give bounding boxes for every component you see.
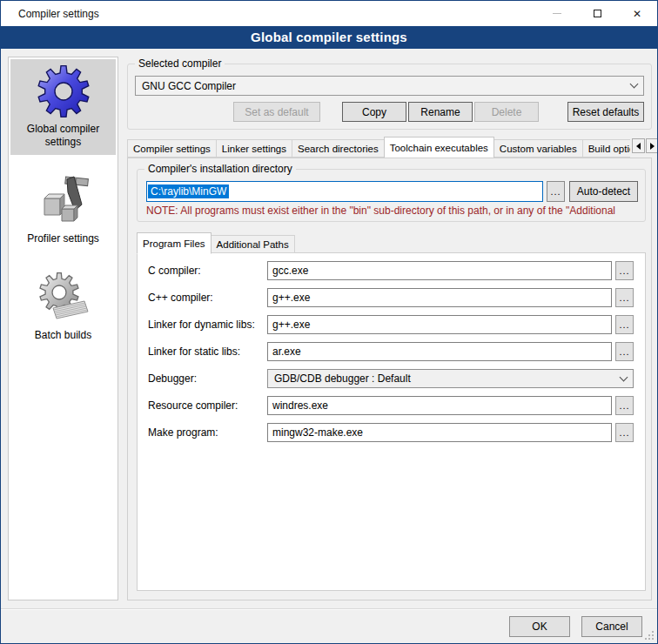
window-controls: ✕ — [537, 1, 657, 26]
triangle-right-icon — [650, 143, 655, 150]
selected-compiler-value: GNU GCC Compiler — [142, 80, 236, 92]
field-row: Resource compiler: ... — [148, 396, 634, 415]
tab-compiler-settings[interactable]: Compiler settings — [127, 139, 217, 158]
compiler-tabs: Compiler settings Linker settings Search… — [127, 136, 630, 158]
resource-compiler-input[interactable] — [267, 396, 612, 415]
tab-custom-variables[interactable]: Custom variables — [494, 139, 583, 158]
minimize-icon — [553, 13, 561, 14]
field-label: Linker for static libs: — [148, 345, 267, 358]
subtab-additional-paths[interactable]: Additional Paths — [211, 235, 295, 253]
browse-directory-button[interactable]: ... — [547, 181, 565, 202]
banner-title: Global compiler settings — [251, 30, 407, 44]
settings-category-list: Global compiler settings Profiler settin… — [8, 57, 118, 600]
field-label: Resource compiler: — [148, 399, 267, 412]
field-row: C++ compiler: ... — [148, 288, 634, 307]
sidebar-item-label: Profiler settings — [27, 232, 99, 245]
cpp-compiler-browse-button[interactable]: ... — [615, 288, 634, 307]
field-label: Debugger: — [148, 372, 267, 385]
selected-text: C:\raylib\MinGW — [148, 184, 229, 198]
tab-scroll-right-button[interactable] — [646, 138, 658, 153]
auto-detect-button[interactable]: Auto-detect — [569, 181, 638, 202]
debugger-value: GDB/CDB debugger : Default — [274, 372, 411, 385]
sidebar-item-profiler-settings[interactable]: Profiler settings — [10, 169, 116, 252]
field-label: C compiler: — [148, 265, 267, 277]
cpp-compiler-input[interactable] — [267, 288, 612, 307]
field-row: C compiler: ... — [148, 261, 634, 280]
set-as-default-button[interactable]: Set as default — [233, 102, 320, 122]
close-button[interactable]: ✕ — [617, 1, 657, 26]
reset-defaults-button[interactable]: Reset defaults — [567, 102, 644, 122]
field-row: Linker for static libs: ... — [148, 342, 634, 361]
debugger-dropdown[interactable]: GDB/CDB debugger : Default — [267, 369, 634, 388]
compiler-buttons-row: Set as default Copy Rename Delete Reset … — [135, 102, 644, 122]
triangle-left-icon — [636, 143, 641, 150]
installation-directory-group: Compiler's installation directory C:\ray… — [137, 169, 646, 222]
group-label: Compiler's installation directory — [144, 163, 296, 175]
gray-gear-stack-icon — [36, 270, 91, 325]
static-linker-browse-button[interactable]: ... — [615, 342, 634, 361]
subtab-program-files[interactable]: Program Files — [137, 232, 212, 254]
note-text: NOTE: All programs must exist either in … — [146, 205, 638, 217]
selected-compiler-dropdown[interactable]: GNU GCC Compiler — [135, 76, 644, 96]
resource-compiler-browse-button[interactable]: ... — [615, 396, 634, 415]
tab-bar: Compiler settings Linker settings Search… — [127, 136, 652, 158]
dynamic-linker-input[interactable] — [267, 315, 612, 334]
sidebar-item-label: Batch builds — [35, 329, 91, 342]
make-program-input[interactable] — [267, 423, 612, 442]
dialog-banner: Global compiler settings — [1, 26, 657, 49]
tab-build-options[interactable]: Build options — [582, 139, 630, 158]
group-label: Selected compiler — [135, 57, 225, 70]
field-row: Debugger: GDB/CDB debugger : Default — [148, 369, 634, 388]
titlebar[interactable]: Compiler settings ✕ — [1, 1, 657, 26]
compiler-settings-dialog: Compiler settings ✕ Global compiler sett… — [0, 0, 658, 644]
cancel-button[interactable]: Cancel — [581, 616, 642, 637]
field-label: Make program: — [148, 426, 267, 439]
c-compiler-input[interactable] — [267, 261, 612, 280]
dynamic-linker-browse-button[interactable]: ... — [615, 315, 634, 334]
sidebar-item-batch-builds[interactable]: Batch builds — [10, 265, 116, 348]
sidebar-item-global-compiler-settings[interactable]: Global compiler settings — [10, 59, 116, 155]
delete-button[interactable]: Delete — [474, 102, 539, 122]
selected-compiler-group: Selected compiler GNU GCC Compiler Set a… — [127, 64, 652, 130]
maximize-icon — [594, 10, 601, 17]
field-label: C++ compiler: — [148, 292, 267, 304]
program-files-panel: C compiler: ... C++ compiler: ... Linker… — [137, 252, 646, 591]
window-title: Compiler settings — [1, 8, 99, 20]
dialog-footer: OK Cancel — [1, 608, 657, 643]
maximize-button[interactable] — [577, 1, 617, 26]
field-label: Linker for dynamic libs: — [148, 319, 267, 331]
toolchain-executables-panel: Compiler's installation directory C:\ray… — [127, 158, 652, 600]
resize-grip[interactable] — [652, 638, 654, 640]
blue-gear-icon — [36, 64, 91, 119]
chevron-down-icon — [630, 80, 639, 89]
chevron-down-icon — [620, 372, 628, 381]
tab-search-directories[interactable]: Search directories — [292, 139, 385, 158]
make-program-browse-button[interactable]: ... — [615, 423, 634, 442]
tab-toolchain-executables[interactable]: Toolchain executables — [384, 137, 494, 158]
tab-scroll-left-button[interactable] — [632, 138, 645, 153]
tab-linker-settings[interactable]: Linker settings — [216, 139, 292, 158]
field-row: Linker for dynamic libs: ... — [148, 315, 634, 334]
minimize-button[interactable] — [537, 1, 577, 26]
caliper-icon — [36, 173, 91, 229]
sidebar-item-label: Global compiler settings — [12, 123, 114, 149]
installation-directory-input[interactable]: C:\raylib\MinGW — [146, 181, 543, 202]
rename-button[interactable]: Rename — [408, 102, 473, 122]
ok-button[interactable]: OK — [509, 616, 570, 637]
c-compiler-browse-button[interactable]: ... — [615, 261, 634, 280]
program-files-tab-bar: Program Files Additional Paths — [137, 232, 651, 253]
main-content: Selected compiler GNU GCC Compiler Set a… — [127, 55, 652, 600]
installation-directory-row: C:\raylib\MinGW ... Auto-detect — [146, 181, 638, 202]
copy-button[interactable]: Copy — [342, 102, 406, 122]
static-linker-input[interactable] — [267, 342, 612, 361]
field-row: Make program: ... — [148, 423, 634, 442]
close-icon: ✕ — [633, 9, 641, 19]
